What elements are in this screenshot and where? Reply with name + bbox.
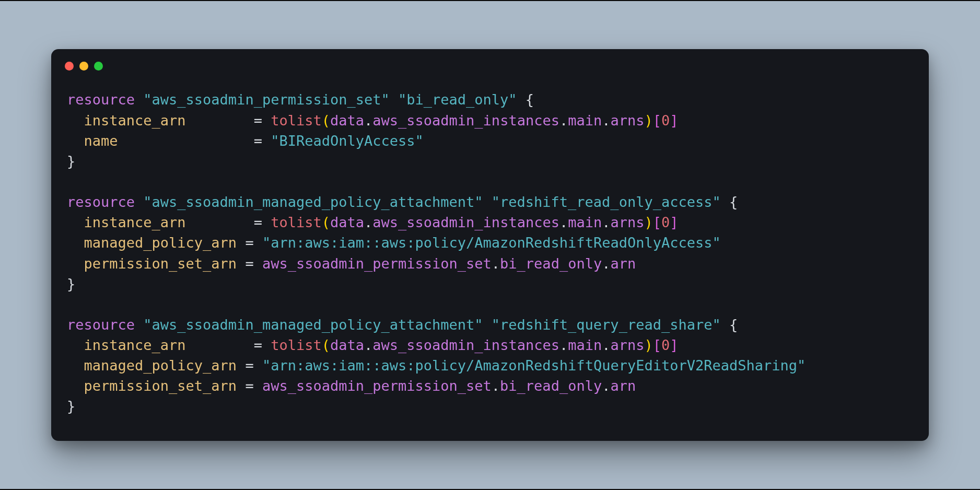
pad bbox=[118, 133, 246, 149]
code-block: resource "aws_ssoadmin_permission_set" "… bbox=[51, 71, 929, 422]
attr-managed-policy-arn: managed_policy_arn bbox=[84, 357, 237, 374]
ref: arns bbox=[610, 112, 644, 129]
keyword-resource: resource bbox=[67, 91, 135, 108]
paren-close: ) bbox=[645, 112, 653, 129]
attr-managed-policy-arn: managed_policy_arn bbox=[84, 235, 237, 251]
pad bbox=[186, 214, 246, 230]
fn-tolist: tolist bbox=[271, 214, 322, 230]
ref: data bbox=[330, 214, 364, 230]
ref: arn bbox=[610, 255, 636, 272]
attr-permission-set-arn: permission_set_arn bbox=[84, 378, 237, 394]
pad bbox=[186, 337, 246, 353]
attr-name: name bbox=[84, 133, 118, 149]
ref: data bbox=[330, 337, 364, 353]
ref: aws_ssoadmin_instances bbox=[372, 337, 559, 353]
code-window: resource "aws_ssoadmin_permission_set" "… bbox=[51, 49, 929, 440]
string-value: "BIReadOnlyAccess" bbox=[271, 133, 424, 149]
brace-open: { bbox=[526, 91, 534, 108]
string-value: "arn:aws:iam::aws:policy/AmazonRedshiftQ… bbox=[262, 357, 806, 374]
index-zero: 0 bbox=[661, 214, 670, 230]
index-zero: 0 bbox=[661, 337, 670, 353]
ref: aws_ssoadmin_instances bbox=[372, 214, 559, 230]
ref: bi_read_only bbox=[500, 255, 602, 272]
ref: aws_ssoadmin_instances bbox=[372, 112, 559, 129]
resource-type: "aws_ssoadmin_managed_policy_attachment" bbox=[143, 194, 483, 210]
fn-tolist: tolist bbox=[271, 337, 322, 353]
keyword-resource: resource bbox=[67, 194, 135, 210]
bracket-open: [ bbox=[653, 112, 661, 129]
minimize-icon[interactable] bbox=[79, 62, 88, 71]
resource-type: "aws_ssoadmin_permission_set" bbox=[143, 91, 389, 108]
attr-permission-set-arn: permission_set_arn bbox=[84, 255, 237, 272]
ref: main bbox=[568, 112, 602, 129]
resource-type: "aws_ssoadmin_managed_policy_attachment" bbox=[143, 317, 483, 333]
ref: bi_read_only bbox=[500, 378, 602, 394]
zoom-icon[interactable] bbox=[94, 62, 103, 71]
ref: aws_ssoadmin_permission_set bbox=[262, 255, 492, 272]
brace-close: } bbox=[67, 153, 75, 169]
fn-tolist: tolist bbox=[271, 112, 322, 129]
bracket-close: ] bbox=[670, 112, 678, 129]
ref: aws_ssoadmin_permission_set bbox=[262, 378, 492, 394]
paren-open: ( bbox=[322, 112, 330, 129]
string-value: "arn:aws:iam::aws:policy/AmazonRedshiftR… bbox=[262, 235, 721, 251]
titlebar bbox=[51, 49, 929, 71]
resource-name: "redshift_read_only_access" bbox=[492, 194, 721, 210]
attr-instance-arn: instance_arn bbox=[84, 214, 186, 230]
ref: arns bbox=[610, 337, 644, 353]
close-icon[interactable] bbox=[65, 62, 74, 71]
attr-instance-arn: instance_arn bbox=[84, 112, 186, 129]
pad bbox=[186, 112, 246, 129]
ref: arns bbox=[610, 214, 644, 230]
ref: main bbox=[568, 214, 602, 230]
resource-name: "bi_read_only" bbox=[398, 91, 517, 108]
ref: arn bbox=[610, 378, 636, 394]
resource-name: "redshift_query_read_share" bbox=[492, 317, 721, 333]
keyword-resource: resource bbox=[67, 317, 135, 333]
index-zero: 0 bbox=[661, 112, 670, 129]
ref: data bbox=[330, 112, 364, 129]
equals: = bbox=[254, 112, 262, 129]
ref: main bbox=[568, 337, 602, 353]
attr-instance-arn: instance_arn bbox=[84, 337, 186, 353]
